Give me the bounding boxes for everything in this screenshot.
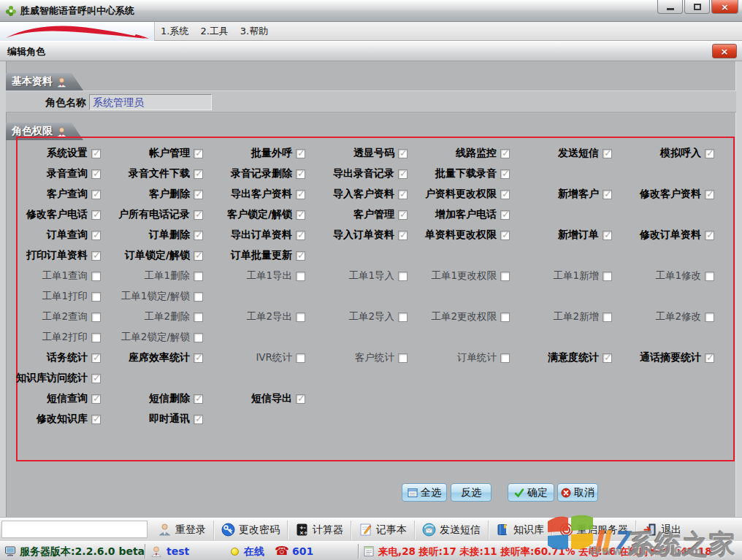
permission-checkbox[interactable] bbox=[296, 169, 305, 179]
permission-checkbox[interactable] bbox=[194, 415, 203, 424]
permission-checkbox[interactable] bbox=[91, 272, 101, 281]
permission-checkbox[interactable] bbox=[603, 149, 612, 158]
permission-checkbox[interactable] bbox=[500, 190, 510, 199]
permission-checkbox[interactable] bbox=[500, 149, 510, 158]
minimize-button[interactable] bbox=[657, 0, 683, 14]
permission-checkbox[interactable] bbox=[91, 292, 101, 302]
permission-checkbox[interactable] bbox=[194, 292, 203, 302]
permission-label: 系统设置 bbox=[47, 147, 88, 160]
permission-checkbox[interactable] bbox=[603, 312, 612, 322]
permission-checkbox[interactable] bbox=[91, 333, 101, 342]
permission-checkbox[interactable] bbox=[603, 272, 612, 281]
toolbar-calculator[interactable]: +- ×÷ 计算器 bbox=[288, 521, 351, 540]
permission-checkbox[interactable] bbox=[296, 190, 305, 199]
menu-items: 1.系统2.工具3.帮助 bbox=[159, 22, 269, 41]
permission-checkbox[interactable] bbox=[603, 231, 612, 240]
ok-button[interactable]: 确定 bbox=[508, 483, 554, 502]
permission-checkbox[interactable] bbox=[91, 169, 101, 179]
permission-item: 录音文件下载 bbox=[120, 164, 222, 184]
permission-checkbox[interactable] bbox=[194, 312, 203, 322]
permission-checkbox[interactable] bbox=[398, 169, 408, 179]
permission-checkbox[interactable] bbox=[398, 353, 408, 363]
permission-checkbox[interactable] bbox=[398, 149, 408, 158]
close-button[interactable]: × bbox=[711, 0, 738, 14]
permission-checkbox[interactable] bbox=[296, 210, 305, 220]
permission-checkbox[interactable] bbox=[194, 394, 203, 404]
permission-checkbox[interactable] bbox=[194, 333, 203, 342]
permission-checkbox[interactable] bbox=[296, 251, 305, 261]
permission-checkbox[interactable] bbox=[705, 231, 714, 240]
permission-checkbox[interactable] bbox=[91, 312, 101, 322]
select-all-button[interactable]: 全选 bbox=[402, 483, 447, 502]
permission-checkbox[interactable] bbox=[194, 190, 203, 199]
permission-checkbox[interactable] bbox=[296, 353, 305, 363]
toolbar-send-sms[interactable]: 发送短信 bbox=[415, 521, 489, 540]
toolbar-restart-server[interactable]: 重启服务器 bbox=[552, 521, 636, 540]
cancel-button[interactable]: 取消 bbox=[557, 483, 598, 502]
permission-checkbox[interactable] bbox=[398, 312, 408, 322]
permission-checkbox[interactable] bbox=[91, 394, 101, 404]
online-status-text: 在线 bbox=[244, 542, 264, 560]
permission-label: 导出订单资料 bbox=[231, 229, 292, 242]
permission-label: 户所有电话记录 bbox=[118, 208, 190, 221]
role-name-input[interactable]: 系统管理员 bbox=[89, 94, 212, 110]
permission-checkbox[interactable] bbox=[398, 231, 408, 240]
app-icon bbox=[5, 5, 17, 17]
permission-checkbox[interactable] bbox=[296, 231, 305, 240]
toolbar-knowledge-base[interactable]: 知识库 bbox=[489, 521, 552, 540]
permission-item: 工单1打印 bbox=[18, 286, 120, 307]
permission-checkbox[interactable] bbox=[194, 272, 203, 281]
permission-checkbox[interactable] bbox=[91, 231, 101, 240]
dialog-close-button[interactable]: × bbox=[712, 44, 737, 58]
permission-checkbox[interactable] bbox=[194, 149, 203, 158]
permission-checkbox[interactable] bbox=[296, 312, 305, 322]
permission-checkbox[interactable] bbox=[296, 394, 305, 404]
permission-checkbox[interactable] bbox=[705, 312, 714, 322]
permission-checkbox[interactable] bbox=[500, 210, 510, 220]
permission-checkbox[interactable] bbox=[194, 353, 203, 363]
menu-item-2[interactable]: 2.工具 bbox=[199, 25, 229, 38]
permission-checkbox[interactable] bbox=[705, 149, 714, 158]
permission-label: 即时通讯 bbox=[149, 413, 190, 426]
permission-checkbox[interactable] bbox=[296, 272, 305, 281]
menu-item-3[interactable]: 3.帮助 bbox=[239, 25, 269, 38]
permission-checkbox[interactable] bbox=[500, 312, 510, 322]
permission-checkbox[interactable] bbox=[91, 251, 101, 261]
permission-checkbox[interactable] bbox=[194, 231, 203, 240]
maximize-button[interactable] bbox=[684, 0, 710, 14]
permission-item: 客户查询 bbox=[18, 184, 120, 204]
menu-item-1[interactable]: 1.系统 bbox=[159, 25, 190, 38]
permission-checkbox[interactable] bbox=[500, 353, 510, 363]
invert-selection-button[interactable]: 反选 bbox=[451, 483, 492, 502]
permission-item: 订单查询 bbox=[18, 225, 120, 245]
permission-checkbox[interactable] bbox=[398, 272, 408, 281]
toolbar-notepad[interactable]: 记事本 bbox=[351, 521, 415, 540]
permission-checkbox[interactable] bbox=[91, 149, 101, 158]
permission-checkbox[interactable] bbox=[705, 353, 714, 363]
permission-checkbox[interactable] bbox=[91, 190, 101, 199]
permission-checkbox[interactable] bbox=[500, 169, 510, 179]
permission-checkbox[interactable] bbox=[603, 353, 612, 363]
permission-checkbox[interactable] bbox=[500, 272, 510, 281]
permission-checkbox[interactable] bbox=[91, 210, 101, 220]
permission-checkbox[interactable] bbox=[91, 353, 101, 363]
permission-checkbox[interactable] bbox=[91, 374, 101, 383]
permission-item: 修改客户资料 bbox=[631, 184, 733, 204]
permission-label: 知识库访问统计 bbox=[16, 372, 88, 385]
permission-checkbox[interactable] bbox=[91, 415, 101, 424]
toolbar-relogin[interactable]: 重登录 bbox=[150, 521, 214, 540]
permission-checkbox[interactable] bbox=[194, 210, 203, 220]
permission-checkbox[interactable] bbox=[398, 190, 408, 199]
permission-label: 工单2修改 bbox=[655, 310, 701, 323]
permission-checkbox[interactable] bbox=[194, 169, 203, 179]
permission-checkbox[interactable] bbox=[705, 272, 714, 281]
toolbar-exit[interactable]: 退出 bbox=[636, 521, 689, 540]
permission-checkbox[interactable] bbox=[705, 190, 714, 199]
permission-checkbox[interactable] bbox=[194, 251, 203, 261]
permission-checkbox[interactable] bbox=[398, 210, 408, 220]
permission-checkbox[interactable] bbox=[603, 190, 612, 199]
call-log-icon bbox=[363, 545, 375, 557]
permission-checkbox[interactable] bbox=[500, 231, 510, 240]
permission-checkbox[interactable] bbox=[296, 149, 305, 158]
toolbar-change-password[interactable]: 更改密码 bbox=[214, 521, 288, 540]
